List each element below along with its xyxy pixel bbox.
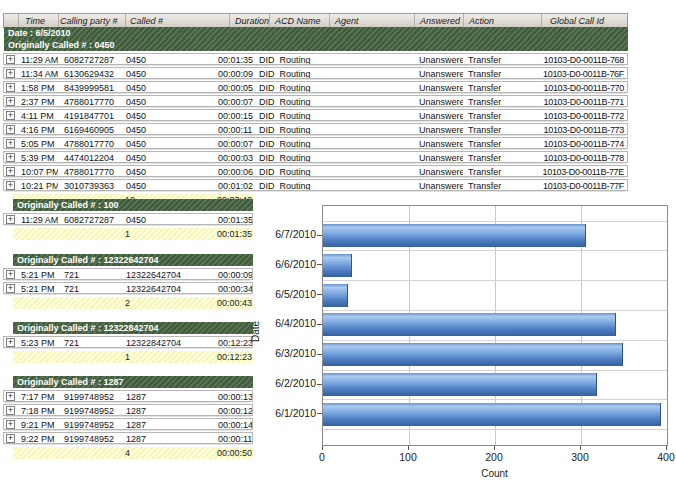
call-cell: 00:00:11 [218,433,252,443]
call-cell: Transfer [463,138,539,148]
column-header-answered[interactable]: Answered [414,14,463,27]
summary-total-duration: 00:00:43 [217,297,253,309]
call-cell [326,82,414,92]
column-header-calling-party[interactable]: Calling party # [58,14,125,27]
expand-row-icon[interactable]: + [6,338,15,347]
call-cell: 5:21 PM [18,269,58,279]
column-header-expand[interactable] [4,14,18,27]
expand-row-icon[interactable]: + [6,167,15,176]
call-cell: 4:16 PM [18,124,58,134]
call-cell: 0450 [121,96,218,106]
call-cell: 00:00:11 [218,124,254,134]
expand-row-icon[interactable]: + [6,270,15,279]
call-cell: 5:23 PM [18,337,58,347]
x-axis-label: 100 [388,451,428,463]
expand-row-icon[interactable]: + [6,125,15,134]
y-axis-tick [317,264,322,265]
call-cell: 0450 [121,166,218,176]
expand-row-icon[interactable]: + [6,55,15,64]
call-cell [326,124,414,134]
expand-row-icon[interactable]: + [6,434,15,443]
call-cell: 1287 [121,391,218,401]
call-row[interactable]: +5:21 PM7211232264270400:00:34 [3,282,253,294]
expand-row-icon[interactable]: + [6,83,15,92]
call-row[interactable]: +5:39 PM4474012204045000:00:03DID_Routin… [3,151,628,163]
call-cell: 00:00:09 [218,68,254,78]
originally-called-group-header: Originally Called # : 12322842704 [13,322,253,334]
call-row[interactable]: +9:21 PM9199748952128700:00:14 [3,418,253,430]
column-header-time[interactable]: Time [18,14,58,27]
call-row[interactable]: +11:34 AM6130629432045000:00:09DID_Routi… [3,67,628,79]
call-cell: 4788017770 [58,138,121,148]
expand-row-icon[interactable]: + [6,215,15,224]
column-header-acd-name[interactable]: ACD Name [269,14,329,27]
call-row[interactable]: +11:29 AM6082727287045000:01:35 [3,213,253,225]
call-cell: DID_Routing [254,110,326,120]
column-header-global-call-id[interactable]: Global Call Id [541,14,627,27]
call-cell: 0450 [121,124,218,134]
column-header-duration[interactable]: Duration [229,14,269,27]
call-cell: Unanswered [414,82,463,92]
call-cell: 00:00:14 [218,419,252,429]
grid-line [323,429,667,430]
summary-call-count: 2 [120,297,217,309]
y-axis-label: 6/6/2010 [256,258,316,270]
call-cell: Transfer [463,82,539,92]
call-cell: Transfer [463,96,539,106]
call-cell: Unanswered [414,68,463,78]
call-cell: 0450 [121,68,218,78]
call-row[interactable]: +1:58 PM8439999581045000:00:05DID_Routin… [3,81,628,93]
call-cell: 721 [58,283,121,293]
call-cell: 00:01:35 [218,54,254,64]
grid-line [323,340,667,341]
column-header-action[interactable]: Action [463,14,541,27]
call-cell: Transfer [463,124,539,134]
call-cell: 1287 [121,419,218,429]
expand-row-icon[interactable]: + [6,69,15,78]
call-cell: 11:29 AM [18,54,58,64]
call-cell: Unanswered [414,54,463,64]
expand-row-icon[interactable]: + [6,139,15,148]
grid-line [323,310,667,311]
call-row[interactable]: +2:37 PM4788017770045000:00:07DID_Routin… [3,95,628,107]
call-cell: 10103-D0-0011B-772 [539,110,627,120]
call-cell: 9199748952 [58,391,121,401]
expand-row-icon[interactable]: + [6,111,15,120]
call-cell: Transfer [463,110,539,120]
call-row[interactable]: +10:21 PM3010739363045000:01:02DID_Routi… [3,179,628,191]
call-cell: 6169460905 [58,124,121,134]
call-cell: Unanswered [414,124,463,134]
call-cell [326,180,414,190]
call-cell: 1:58 PM [18,82,58,92]
call-cell: 00:01:35 [218,214,252,224]
summary-total-duration: 00:01:35 [217,228,253,240]
expand-row-icon[interactable]: + [6,153,15,162]
expand-row-icon[interactable]: + [6,284,15,293]
call-row[interactable]: +11:29 AM6082727287045000:01:35DID_Routi… [3,53,628,65]
call-group: Originally Called # : 12322642704+5:21 P… [3,254,253,309]
call-row[interactable]: +10:07 PM4788017770045000:00:06DID_Routi… [3,165,628,177]
call-row[interactable]: +7:18 PM9199748952128700:00:12 [3,404,253,416]
call-row[interactable]: +5:23 PM7211232284270400:12:23 [3,336,253,348]
call-group: Originally Called # : 12322842704+5:23 P… [3,322,253,363]
call-row[interactable]: +4:11 PM4191847701045000:00:15DID_Routin… [3,109,628,121]
column-header-agent[interactable]: Agent [329,14,414,27]
y-axis-label: 6/1/2010 [256,407,316,419]
call-cell: 0450 [121,54,218,64]
call-cell: DID_Routing [254,54,326,64]
call-row[interactable]: +5:05 PM4788017770045000:00:07DID_Routin… [3,137,628,149]
call-row[interactable]: +5:21 PM7211232264270400:00:09 [3,268,253,280]
expand-row-icon[interactable]: + [6,420,15,429]
call-cell: 00:01:02 [218,180,254,190]
call-row[interactable]: +9:22 PM9199748952128700:00:11 [3,432,253,444]
call-cell: 11:34 AM [18,68,58,78]
expand-row-icon[interactable]: + [6,181,15,190]
column-header-called[interactable]: Called # [125,14,229,27]
expand-row-icon[interactable]: + [6,97,15,106]
expand-row-icon[interactable]: + [6,406,15,415]
call-row[interactable]: +4:16 PM6169460905045000:00:11DID_Routin… [3,123,628,135]
call-cell: 1287 [121,433,218,443]
call-row[interactable]: +7:17 PM9199748952128700:00:13 [3,390,253,402]
call-cell: 00:00:05 [218,82,254,92]
expand-row-icon[interactable]: + [6,392,15,401]
